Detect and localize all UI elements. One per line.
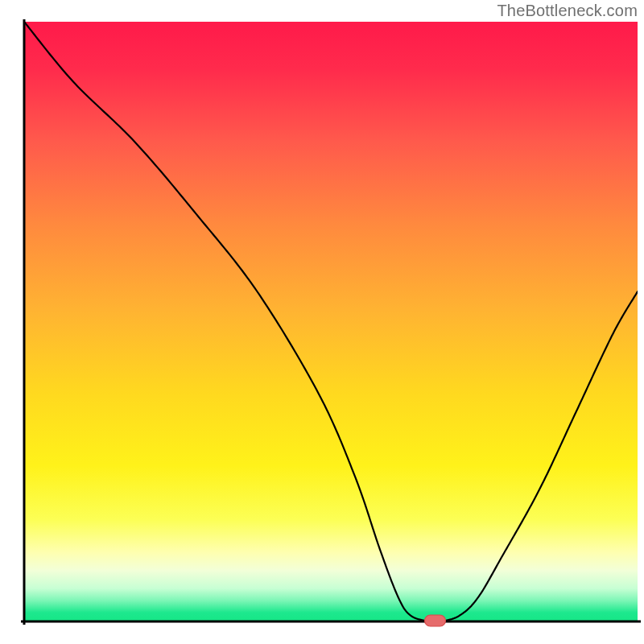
watermark-text: TheBottleneck.com <box>497 2 638 20</box>
min-marker <box>425 615 446 626</box>
plot-background <box>24 22 638 621</box>
chart-card: TheBottleneck.com <box>0 0 644 644</box>
chart-svg <box>0 0 644 644</box>
